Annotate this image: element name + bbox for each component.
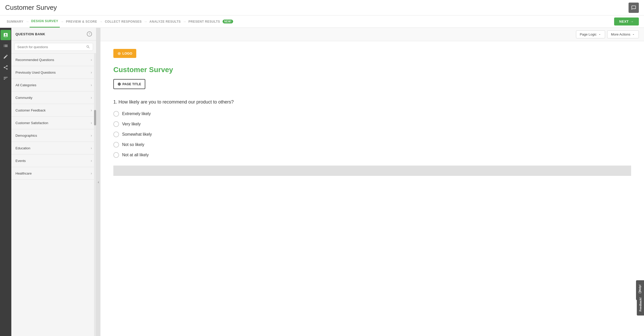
qb-item-arrow: ›: [91, 83, 92, 87]
nav-arrow-4: →: [144, 20, 147, 24]
survey-title: Customer Survey: [113, 66, 631, 74]
qb-item-arrow: ›: [91, 70, 92, 74]
radio-label-1: Extremely likely: [122, 111, 151, 116]
survey-content: Page Logic More Actions ⊕ LOGO Customer …: [100, 28, 644, 336]
sidebar-icon-filter[interactable]: [1, 73, 11, 83]
add-page-title-plus-icon: ⊕: [117, 82, 121, 87]
radio-option-3[interactable]: Somewhat likely: [113, 132, 631, 137]
nav-step-preview-score[interactable]: PREVIEW & SCORE: [64, 20, 99, 23]
question-bank-help-button[interactable]: ?: [87, 31, 92, 37]
survey-body: ⊕ LOGO Customer Survey ⊕ PAGE TITLE 1. H…: [100, 41, 644, 184]
chat-icon-button[interactable]: [629, 3, 639, 13]
next-button[interactable]: NEXT →: [614, 18, 639, 25]
nav-step-design-survey[interactable]: DESIGN SURVEY: [30, 15, 60, 28]
nav-bar: SUMMARY → DESIGN SURVEY → PREVIEW & SCOR…: [0, 15, 644, 28]
add-logo-button[interactable]: ⊕ LOGO: [113, 49, 136, 58]
qb-item-arrow: ›: [91, 121, 92, 125]
more-actions-dropdown-icon: [632, 33, 635, 36]
qb-item-demographics[interactable]: Demographics ›: [11, 129, 96, 142]
top-bar-icons: [629, 3, 639, 13]
sidebar-icon-edit[interactable]: [1, 51, 11, 62]
qb-item-arrow: ›: [91, 133, 92, 137]
qb-item-arrow: ›: [91, 108, 92, 112]
radio-circle-4[interactable]: [113, 142, 119, 148]
scrollbar-track: [94, 54, 96, 336]
radio-circle-5[interactable]: [113, 152, 119, 158]
survey-bottom-bar: [113, 166, 631, 176]
sidebar-icons: [0, 28, 11, 336]
sidebar-icon-chart[interactable]: [1, 41, 11, 51]
page-logic-button[interactable]: Page Logic: [576, 30, 605, 38]
question-text: 1. How likely are you to recommend our p…: [113, 99, 631, 105]
radio-option-2[interactable]: Very likely: [113, 121, 631, 127]
next-arrow-icon: →: [630, 20, 634, 23]
question-bank-panel: QUESTION BANK ? Recommended Questions › …: [11, 28, 96, 336]
feedback-button[interactable]: Feedback!: [637, 293, 644, 315]
radio-circle-3[interactable]: [113, 132, 119, 137]
scrollbar-thumb[interactable]: [94, 110, 96, 125]
page-title: Customer Survey: [5, 4, 57, 12]
top-bar: Customer Survey: [0, 0, 644, 15]
sidebar-icon-share[interactable]: [1, 62, 11, 73]
nav-step-analyze-results[interactable]: ANALYZE RESULTS: [148, 20, 182, 23]
question-bank-title: QUESTION BANK: [15, 32, 45, 36]
radio-circle-2[interactable]: [113, 121, 119, 127]
sidebar-icon-survey[interactable]: [1, 30, 11, 40]
collapse-handle[interactable]: ‹: [96, 28, 100, 336]
radio-label-3: Somewhat likely: [122, 132, 152, 137]
radio-option-1[interactable]: Extremely likely: [113, 111, 631, 117]
collapse-arrow-icon: ‹: [98, 180, 99, 184]
more-actions-button[interactable]: More Actions: [607, 30, 639, 38]
qb-item-arrow: ›: [91, 58, 92, 62]
plus-icon: ⊕: [117, 51, 121, 56]
qb-item-arrow: ›: [91, 96, 92, 100]
search-input[interactable]: [17, 45, 84, 49]
qb-item-customer-satisfaction[interactable]: Customer Satisfaction ›: [11, 117, 96, 129]
nav-step-summary[interactable]: SUMMARY: [5, 20, 25, 23]
qb-item-events[interactable]: Events ›: [11, 154, 96, 167]
qb-item-community[interactable]: Community ›: [11, 91, 96, 104]
radio-circle-1[interactable]: [113, 111, 119, 117]
qb-item-arrow: ›: [91, 171, 92, 175]
qb-item-arrow: ›: [91, 146, 92, 150]
radio-label-4: Not so likely: [122, 142, 144, 147]
radio-label-2: Very likely: [122, 122, 141, 126]
radio-option-4[interactable]: Not so likely: [113, 142, 631, 148]
qb-item-healthcare[interactable]: Healthcare ›: [11, 167, 96, 180]
nav-arrow-5: →: [183, 20, 187, 24]
nav-step-collect-responses[interactable]: COLLECT RESPONSES: [103, 20, 143, 23]
qb-item-customer-feedback[interactable]: Customer Feedback ›: [11, 104, 96, 117]
radio-option-5[interactable]: Not at all likely: [113, 152, 631, 158]
nav-arrow-1: →: [26, 20, 29, 24]
survey-toolbar: Page Logic More Actions: [100, 28, 644, 41]
question-bank-header: QUESTION BANK ?: [11, 28, 96, 40]
search-input-wrapper: [14, 43, 93, 51]
nav-arrow-3: →: [99, 20, 103, 24]
nav-step-present-results[interactable]: PRESENT RESULTS NEW!: [187, 20, 235, 23]
question-bank-search-container: [11, 40, 96, 54]
qb-item-education[interactable]: Education ›: [11, 142, 96, 154]
qb-item-all-categories[interactable]: All Categories ›: [11, 79, 96, 91]
nav-arrow-2: →: [60, 20, 64, 24]
radio-label-5: Not at all likely: [122, 153, 149, 157]
qb-item-previously-used[interactable]: Previously Used Questions ›: [11, 66, 96, 79]
qb-item-arrow: ›: [91, 159, 92, 163]
qb-item-recommended[interactable]: Recommended Questions ›: [11, 54, 96, 66]
page-logic-dropdown-icon: [598, 33, 601, 36]
add-page-title-button[interactable]: ⊕ PAGE TITLE: [113, 79, 145, 89]
question-bank-list: Recommended Questions › Previously Used …: [11, 54, 96, 336]
search-icon: [86, 45, 90, 49]
new-badge: NEW!: [223, 20, 233, 23]
main-layout: QUESTION BANK ? Recommended Questions › …: [0, 28, 644, 336]
